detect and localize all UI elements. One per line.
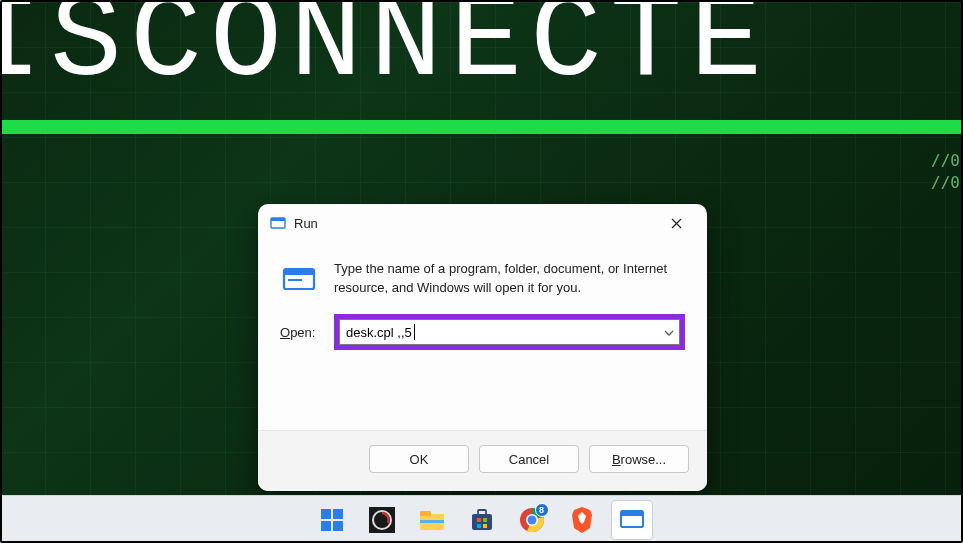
side-code-line: //0 bbox=[931, 150, 960, 172]
chrome-badge: 8 bbox=[535, 503, 549, 517]
taskbar-app-explorer[interactable] bbox=[411, 500, 453, 540]
svg-point-22 bbox=[527, 515, 536, 524]
svg-rect-18 bbox=[477, 524, 481, 528]
svg-rect-4 bbox=[288, 279, 302, 281]
obs-icon bbox=[368, 506, 396, 534]
run-dialog: Run Type the name of a program, folder, … bbox=[258, 204, 707, 491]
taskbar: 8 bbox=[0, 495, 963, 543]
svg-rect-24 bbox=[621, 511, 643, 516]
text-cursor bbox=[414, 324, 415, 340]
svg-rect-13 bbox=[420, 520, 444, 523]
svg-rect-7 bbox=[321, 521, 331, 531]
taskbar-app-chrome[interactable]: 8 bbox=[511, 500, 553, 540]
windows-logo-icon bbox=[318, 506, 346, 534]
svg-rect-8 bbox=[333, 521, 343, 531]
dialog-description: Type the name of a program, folder, docu… bbox=[334, 260, 685, 298]
svg-rect-12 bbox=[420, 511, 431, 516]
svg-rect-14 bbox=[472, 514, 492, 530]
taskbar-app-run[interactable] bbox=[611, 500, 653, 540]
file-explorer-icon bbox=[418, 506, 446, 534]
side-code-line: //0 bbox=[931, 172, 960, 194]
ok-button[interactable]: OK bbox=[369, 445, 469, 473]
dialog-button-row: OK Cancel Browse... bbox=[258, 430, 707, 491]
svg-rect-6 bbox=[333, 509, 343, 519]
taskbar-app-obs[interactable] bbox=[361, 500, 403, 540]
run-large-icon bbox=[280, 260, 318, 298]
wallpaper-banner-text: ISCONNECTE bbox=[0, 0, 963, 102]
open-combobox[interactable] bbox=[339, 319, 680, 345]
start-button[interactable] bbox=[311, 500, 353, 540]
wallpaper-green-bar bbox=[0, 120, 963, 134]
chrome-icon: 8 bbox=[518, 506, 546, 534]
dialog-body: Type the name of a program, folder, docu… bbox=[258, 242, 707, 308]
svg-rect-16 bbox=[477, 518, 481, 522]
svg-rect-17 bbox=[483, 518, 487, 522]
open-input[interactable] bbox=[340, 320, 679, 344]
run-taskbar-icon bbox=[618, 506, 646, 534]
browse-button[interactable]: Browse... bbox=[589, 445, 689, 473]
run-icon bbox=[270, 215, 286, 231]
brave-icon bbox=[568, 506, 596, 534]
dialog-title: Run bbox=[294, 216, 655, 231]
desktop: ISCONNECTE //0 //0 Run bbox=[0, 0, 963, 543]
cancel-button[interactable]: Cancel bbox=[479, 445, 579, 473]
input-highlight-border bbox=[334, 314, 685, 350]
open-label: Open: bbox=[280, 325, 322, 340]
svg-rect-19 bbox=[483, 524, 487, 528]
svg-rect-1 bbox=[271, 218, 285, 221]
titlebar[interactable]: Run bbox=[258, 204, 707, 242]
wallpaper-side-code: //0 //0 bbox=[931, 150, 960, 195]
taskbar-app-store[interactable] bbox=[461, 500, 503, 540]
ms-store-icon bbox=[468, 506, 496, 534]
taskbar-app-brave[interactable] bbox=[561, 500, 603, 540]
svg-rect-5 bbox=[321, 509, 331, 519]
svg-rect-3 bbox=[284, 269, 314, 275]
open-row: Open: bbox=[258, 308, 707, 358]
svg-rect-15 bbox=[478, 510, 486, 515]
close-button[interactable] bbox=[655, 208, 697, 238]
